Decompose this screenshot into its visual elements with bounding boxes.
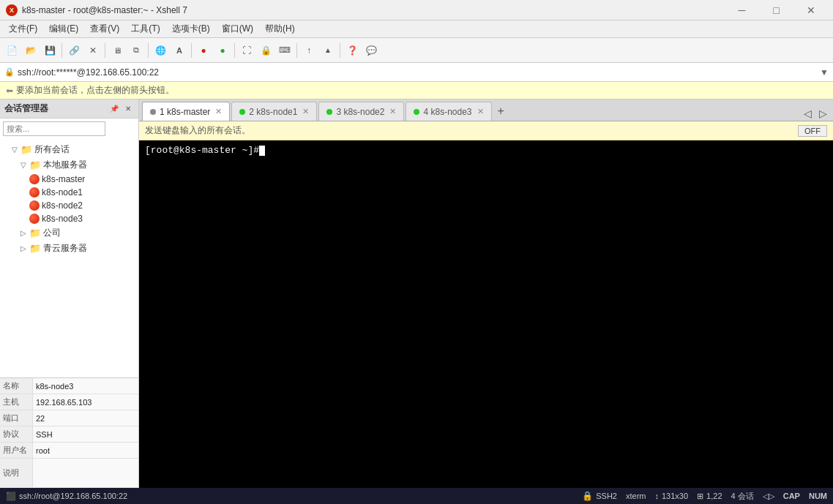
menu-view[interactable]: 查看(V)	[84, 21, 125, 37]
tree-item-company[interactable]: ▷ 📁 公司	[0, 225, 138, 241]
tab-label-node3: 4 k8s-node3	[423, 107, 471, 117]
menu-tabs[interactable]: 选项卡(B)	[166, 21, 216, 37]
tb-keyboard[interactable]: ⌨	[276, 42, 294, 59]
folder-icon-qingyun: 📁	[29, 244, 41, 254]
tab-k8s-node1[interactable]: 2 k8s-node1 ✕	[231, 102, 317, 121]
menu-edit[interactable]: 编辑(E)	[43, 21, 84, 37]
info-value-host: 192.168.65.103	[33, 394, 138, 410]
address-dropdown-icon[interactable]: ▼	[820, 67, 829, 78]
info-value-name: k8s-node3	[33, 378, 138, 394]
tb-lock[interactable]: 🔒	[257, 42, 274, 59]
status-sessions: 4 会话	[731, 491, 754, 502]
tab-close-node2[interactable]: ✕	[389, 107, 396, 116]
tb-red[interactable]: ●	[195, 42, 212, 59]
sidebar-close-icon[interactable]: ✕	[122, 103, 134, 115]
tab-dot-node1	[239, 109, 245, 115]
tabs-next-button[interactable]: ▷	[816, 106, 830, 121]
info-row-name: 名称 k8s-node3	[0, 378, 138, 394]
tree-label-company: 公司	[43, 227, 61, 239]
tab-k8s-master[interactable]: 1 k8s-master ✕	[142, 102, 230, 121]
tb-comment[interactable]: 💬	[362, 42, 380, 59]
notif-text: 发送键盘输入的所有会话。	[145, 124, 250, 137]
folder-icon-local: 📁	[29, 160, 41, 170]
tree-label-local: 本地服务器	[43, 159, 87, 171]
tree-item-k8s-node2[interactable]: k8s-node2	[0, 199, 138, 212]
tb-help[interactable]: ❓	[343, 42, 361, 59]
tb-session[interactable]: 🖥	[108, 42, 126, 59]
server-icon-node2	[29, 200, 40, 211]
tb-font[interactable]: A	[171, 42, 188, 59]
tb-disconnect[interactable]: ✕	[84, 42, 102, 59]
add-tab-button[interactable]: +	[493, 102, 509, 121]
tree-label-node2: k8s-node2	[42, 200, 83, 211]
info-row-port: 端口 22	[0, 410, 138, 426]
minimize-button[interactable]: ─	[725, 0, 758, 20]
tb-green[interactable]: ●	[214, 42, 231, 59]
app-icon: X	[6, 4, 18, 16]
server-icon-node3	[29, 214, 40, 224]
info-value-port: 22	[33, 410, 138, 426]
tb-sep-4	[191, 43, 192, 58]
server-icon-master	[29, 174, 40, 184]
info-label-port: 端口	[0, 410, 33, 426]
tree-arrow-local: ▽	[20, 161, 29, 169]
info-label-name: 名称	[0, 378, 33, 394]
tabs-prev-button[interactable]: ◁	[801, 106, 815, 121]
tb-save[interactable]: 💾	[41, 42, 59, 59]
tab-k8s-node3[interactable]: 4 k8s-node3 ✕	[406, 102, 491, 121]
tb-globe[interactable]: 🌐	[152, 42, 169, 59]
tb-sep-1	[61, 43, 62, 58]
app-window: X k8s-master - root@k8s-master:~ - Xshel…	[0, 0, 833, 504]
status-cap: CAP	[783, 492, 800, 500]
tree-label-all: 所有会话	[34, 143, 70, 156]
tab-k8s-node2[interactable]: 3 k8s-node2 ✕	[318, 102, 404, 121]
tb-upload[interactable]: ↑	[300, 42, 318, 59]
menu-window[interactable]: 窗口(W)	[216, 21, 259, 37]
maximize-button[interactable]: □	[760, 0, 793, 20]
address-bar: 🔒 ssh://root:******@192.168.65.100:22 ▼	[0, 63, 833, 82]
status-position-text: 1,22	[706, 492, 722, 500]
tab-label-node1: 2 k8s-node1	[249, 107, 297, 117]
terminal-cursor	[259, 146, 265, 156]
search-input[interactable]	[3, 121, 105, 136]
status-lock-icon: 🔒	[582, 491, 593, 501]
tree-item-k8s-node3[interactable]: k8s-node3	[0, 212, 138, 225]
tb-sep-2	[105, 43, 105, 58]
tree-item-qingyun[interactable]: ▷ 📁 青云服务器	[0, 241, 138, 256]
terminal[interactable]: [root@k8s-master ~]#	[139, 140, 833, 488]
tree-item-k8s-master[interactable]: k8s-master	[0, 173, 138, 186]
tb-expand[interactable]: ⛶	[238, 42, 255, 59]
tab-close-node3[interactable]: ✕	[477, 107, 484, 116]
status-num: NUM	[809, 492, 827, 500]
menu-file[interactable]: 文件(F)	[3, 21, 43, 37]
tree-arrow-all: ▽	[12, 146, 20, 154]
toolbar: 📄 📂 💾 🔗 ✕ 🖥 ⧉ 🌐 A ● ● ⛶ 🔒 ⌨ ↑ ▲ ❓ 💬	[0, 38, 833, 63]
tb-connect[interactable]: 🔗	[65, 42, 83, 59]
session-info-panel: 名称 k8s-node3 主机 192.168.65.103 端口 22 协议 …	[0, 377, 138, 488]
tab-close-node1[interactable]: ✕	[302, 107, 309, 116]
menu-tools[interactable]: 工具(T)	[125, 21, 165, 37]
tb-upload2[interactable]: ▲	[319, 42, 337, 59]
tree-item-all-sessions[interactable]: ▽ 📁 所有会话	[0, 142, 138, 157]
tb-clone[interactable]: ⧉	[127, 42, 145, 59]
status-dimensions-text: 131x30	[662, 492, 688, 500]
notif-off-button[interactable]: OFF	[798, 125, 827, 137]
status-address: ⬛ ssh://root@192.168.65.100:22	[6, 492, 127, 501]
sidebar-pin-icon[interactable]: 📌	[108, 103, 120, 115]
info-label-protocol: 协议	[0, 426, 33, 442]
tab-dot-node2	[326, 109, 332, 115]
menu-help[interactable]: 帮助(H)	[259, 21, 301, 37]
info-row-host: 主机 192.168.65.103	[0, 394, 138, 410]
tree-item-local[interactable]: ▽ 📁 本地服务器	[0, 157, 138, 173]
tree-arrow-qingyun: ▷	[20, 244, 29, 252]
tb-new[interactable]: 📄	[3, 42, 20, 59]
tb-sep-6	[296, 43, 297, 58]
tree-item-k8s-node1[interactable]: k8s-node1	[0, 186, 138, 199]
tb-sep-3	[148, 43, 149, 58]
tab-close-master[interactable]: ✕	[215, 107, 222, 116]
status-position: ⊞ 1,22	[697, 492, 722, 501]
close-button[interactable]: ✕	[794, 0, 827, 20]
tb-open[interactable]: 📂	[22, 42, 40, 59]
status-dimensions: ↕ 131x30	[655, 492, 689, 500]
title-bar: X k8s-master - root@k8s-master:~ - Xshel…	[0, 0, 833, 20]
